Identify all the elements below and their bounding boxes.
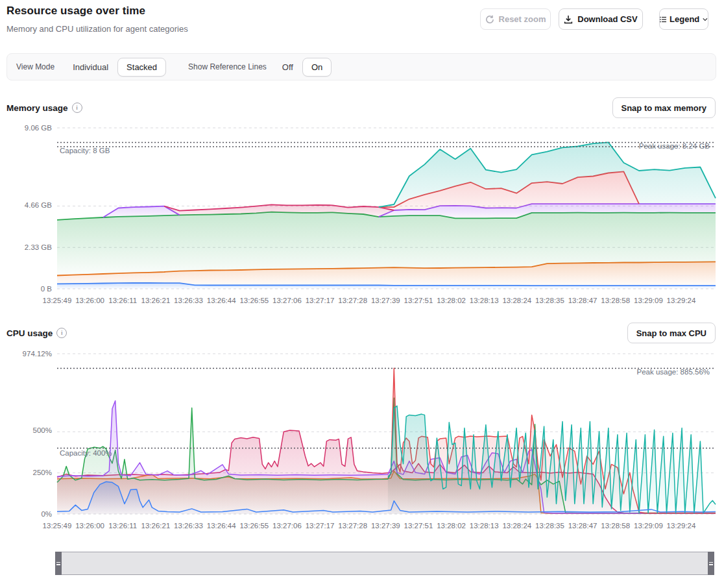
info-icon[interactable]: i (72, 103, 82, 113)
cpu-ytick: 250% (33, 469, 52, 476)
cpu-chart (57, 368, 716, 514)
cpu-capacity-label: Capacity: 400% (60, 449, 112, 457)
x-tick-label: 13:28:58 (601, 522, 630, 530)
x-tick-label: 13:26:33 (174, 522, 203, 530)
page-title: Resource usage over time (6, 5, 145, 18)
x-tick-label: 13:27:06 (272, 522, 302, 530)
x-tick-label: 13:27:28 (338, 522, 367, 530)
x-tick-label: 13:27:28 (338, 297, 367, 304)
view-options-toolbar: View Mode Individual Stacked Show Refere… (6, 53, 716, 80)
view-mode-individual-option[interactable]: Individual (71, 58, 110, 76)
x-tick-label: 13:26:55 (239, 297, 269, 304)
x-tick-label: 13:26:55 (239, 522, 269, 530)
download-icon (564, 15, 573, 24)
x-tick-label: 13:28:24 (502, 522, 531, 530)
x-tick-label: 13:27:17 (306, 522, 335, 530)
page-subtitle: Memory and CPU utilization for agent cat… (6, 24, 188, 34)
cpu-ytick: 0% (41, 510, 52, 518)
x-tick-label: 13:29:09 (634, 522, 663, 530)
reference-lines-on-option[interactable]: On (302, 58, 332, 77)
x-tick-label: 13:26:11 (108, 522, 137, 530)
legend-button[interactable]: Legend (659, 8, 708, 30)
x-tick-label: 13:29:24 (667, 522, 696, 530)
memory-peak-label: Peak usage: 8.24 GB (639, 142, 710, 150)
x-tick-label: 13:27:51 (404, 297, 433, 304)
x-tick-label: 13:27:39 (371, 297, 400, 304)
memory-ytick: 4.66 GB (25, 201, 53, 209)
x-tick-label: 13:26:11 (108, 297, 137, 304)
x-tick-label: 13:29:24 (667, 297, 696, 304)
chevron-down-icon (703, 18, 708, 21)
x-tick-label: 13:25:49 (43, 522, 72, 530)
x-tick-label: 13:26:00 (75, 522, 104, 530)
x-tick-label: 13:28:24 (502, 297, 531, 304)
x-tick-label: 13:28:35 (535, 522, 564, 530)
brush-left-handle[interactable] (55, 552, 62, 575)
memory-reference-lines (57, 142, 716, 147)
memory-ytick: 2.33 GB (25, 243, 53, 251)
x-tick-label: 13:26:21 (141, 297, 171, 304)
x-tick-label: 13:26:33 (174, 297, 203, 304)
memory-ytick: 0 B (41, 285, 53, 293)
charts-canvas[interactable]: 13:25:4913:25:4913:26:0013:26:0013:26:11… (0, 0, 724, 588)
reference-lines-off-option[interactable]: Off (281, 58, 295, 76)
cpu-ytick: 974.12% (23, 350, 52, 358)
x-tick-label: 13:25:49 (43, 297, 72, 304)
memory-ytick: 9.06 GB (25, 124, 53, 132)
reference-lines-label: Show Reference Lines (188, 62, 267, 71)
x-tick-label: 13:28:47 (568, 522, 597, 530)
refresh-icon (485, 15, 494, 24)
cpu-ytick: 500% (33, 426, 52, 434)
time-range-brush[interactable] (55, 552, 714, 575)
x-tick-label: 13:28:02 (437, 297, 466, 304)
x-tick-label: 13:27:06 (272, 297, 302, 304)
x-tick-label: 13:28:47 (568, 297, 597, 304)
x-tick-label: 13:28:13 (470, 297, 499, 304)
x-tick-label: 13:28:58 (601, 297, 630, 304)
view-mode-stacked-option[interactable]: Stacked (117, 58, 166, 77)
x-tick-label: 13:26:44 (207, 297, 236, 304)
x-tick-label: 13:27:39 (371, 522, 400, 530)
x-tick-label: 13:27:51 (404, 522, 433, 530)
x-tick-label: 13:26:00 (75, 297, 104, 304)
memory-capacity-label: Capacity: 8 GB (60, 147, 110, 154)
view-mode-label: View Mode (16, 62, 54, 71)
reset-zoom-button[interactable]: Reset zoom (480, 8, 551, 30)
x-tick-label: 13:26:44 (207, 522, 236, 530)
snap-to-max-cpu-button[interactable]: Snap to max CPU (627, 323, 716, 343)
memory-section-title: Memory usage i (6, 103, 82, 113)
info-icon[interactable]: i (56, 328, 67, 338)
x-tick-label: 13:29:09 (634, 297, 663, 304)
x-tick-label: 13:26:21 (141, 522, 171, 530)
brush-right-handle[interactable] (708, 552, 714, 575)
x-tick-label: 13:28:35 (535, 297, 564, 304)
snap-to-max-memory-button[interactable]: Snap to max memory (612, 97, 716, 118)
cpu-peak-label: Peak usage: 885.56% (636, 368, 710, 376)
x-tick-label: 13:27:17 (306, 297, 335, 304)
x-tick-label: 13:28:02 (437, 522, 466, 530)
memory-chart (57, 142, 716, 289)
download-csv-button[interactable]: Download CSV (559, 8, 643, 30)
legend-list-icon (660, 16, 666, 23)
cpu-section-title: CPU usage i (6, 328, 67, 338)
x-tick-label: 13:28:13 (470, 522, 499, 530)
cpu-reference-lines (57, 368, 716, 448)
